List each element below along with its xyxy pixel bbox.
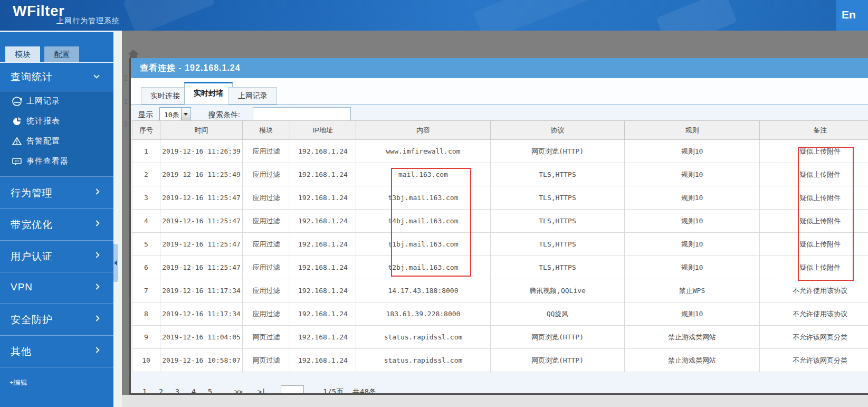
table-row[interactable]: 5 2019-12-16 11:25:47 应用过滤 192.168.1.24 … <box>132 233 868 256</box>
sidebar-item-label: 统计报表 <box>26 116 60 126</box>
cell-time: 2019-12-16 11:17:34 <box>160 302 243 326</box>
column-header[interactable]: 协议 <box>491 121 625 140</box>
sidebar-item-alert-config[interactable]: 告警配置 <box>0 131 113 152</box>
table-row[interactable]: 2 2019-12-16 11:25:49 应用过滤 192.168.1.24 … <box>132 163 868 186</box>
sidebar-edit-link[interactable]: +编辑 <box>9 378 27 387</box>
column-header[interactable]: 备注 <box>760 121 868 140</box>
table-body: 1 2019-12-16 11:26:39 应用过滤 192.168.1.24 … <box>132 140 868 372</box>
cell-rule: 禁止游戏类网站 <box>625 349 760 372</box>
tab-realtime-connections[interactable]: 实时连接 <box>141 87 189 105</box>
dialog-title: 查看连接 - 192.168.1.24 <box>140 63 241 74</box>
cell-remark: 不允许使用该协议 <box>760 279 868 302</box>
cell-time: 2019-12-16 11:25:47 <box>160 233 243 256</box>
sidebar-item-user-auth[interactable]: 用户认证 <box>0 241 113 272</box>
chevron-right-icon <box>93 283 99 289</box>
app-subtitle: 上网行为管理系统 <box>56 16 120 26</box>
sidebar-tabs: 模块 配置 <box>5 46 81 62</box>
cell-module: 网页过滤 <box>243 349 290 372</box>
sidebar: 模块 配置 查询统计 上网记录 统计报表 <box>0 31 113 407</box>
sidebar-item-event-viewer[interactable]: 事件查看器 <box>0 152 113 172</box>
next-page-icon[interactable]: >> <box>234 387 242 395</box>
ie-icon <box>12 96 22 107</box>
sidebar-item-web-records[interactable]: 上网记录 <box>0 91 113 111</box>
sidebar-item-label: 安全防护 <box>11 313 53 327</box>
page-jump-input[interactable] <box>281 385 304 395</box>
table-row[interactable]: 10 2019-12-16 10:58:07 网页过滤 192.168.1.24… <box>132 349 868 372</box>
table-row[interactable]: 8 2019-12-16 11:17:34 应用过滤 192.168.1.24 … <box>132 302 868 326</box>
cell-protocol: 网页浏览(HTTP) <box>491 140 625 163</box>
language-switch[interactable]: En <box>836 0 868 31</box>
cell-time: 2019-12-16 11:26:39 <box>160 140 243 163</box>
tab-web-records[interactable]: 上网记录 <box>228 87 277 105</box>
collapse-arrow-icon <box>114 260 117 266</box>
cell-ip: 192.168.1.24 <box>290 326 356 349</box>
page-size-select[interactable]: 10条 <box>159 107 191 121</box>
column-header[interactable]: 模块 <box>243 121 290 140</box>
column-header[interactable]: 规则 <box>625 121 760 140</box>
sidebar-item-others[interactable]: 其他 <box>0 336 113 367</box>
last-page-icon[interactable]: >| <box>257 387 265 395</box>
sidebar-collapse-handle[interactable] <box>113 244 118 282</box>
blocking-table: 序号时间模块IP地址内容协议规则备注 1 2019-12-16 11:26:39… <box>132 120 868 372</box>
chevron-right-icon <box>93 220 99 226</box>
cell-protocol: TLS,HTTPS <box>491 163 625 186</box>
sidebar-item-vpn[interactable]: VPN <box>0 272 113 304</box>
cell-rule: 规则10 <box>625 210 760 233</box>
table-row[interactable]: 1 2019-12-16 11:26:39 应用过滤 192.168.1.24 … <box>132 140 868 163</box>
cell-ip: 192.168.1.24 <box>290 163 356 186</box>
table-row[interactable]: 3 2019-12-16 11:25:47 应用过滤 192.168.1.24 … <box>132 186 868 210</box>
sidebar-item-label: 行为管理 <box>11 186 53 200</box>
total-records: 共48条 <box>352 387 376 395</box>
page-link[interactable]: 3 <box>172 387 183 395</box>
sidebar-tab-config[interactable]: 配置 <box>44 46 79 62</box>
cell-remark: 疑似上传附件 <box>760 256 868 279</box>
table-row[interactable]: 7 2019-12-16 11:17:34 应用过滤 192.168.1.24 … <box>132 279 868 302</box>
sidebar-item-security[interactable]: 安全防护 <box>0 304 113 336</box>
sidebar-item-stat-reports[interactable]: 统计报表 <box>0 111 113 131</box>
sidebar-section-query-stats[interactable]: 查询统计 <box>0 63 113 91</box>
cell-rule: 规则10 <box>625 302 760 326</box>
cell-index: 9 <box>132 326 160 349</box>
sidebar-item-label: 告警配置 <box>26 136 60 146</box>
select-dropdown-button[interactable] <box>181 108 190 120</box>
table-row[interactable]: 4 2019-12-16 11:25:47 应用过滤 192.168.1.24 … <box>132 210 868 233</box>
page-links: 12345 <box>139 387 221 395</box>
cell-remark: 疑似上传附件 <box>760 233 868 256</box>
column-header[interactable]: 时间 <box>160 121 243 140</box>
tab-realtime-blocking[interactable]: 实时封堵 <box>184 82 233 105</box>
cell-remark: 疑似上传附件 <box>760 163 868 186</box>
sidebar-item-behavior-mgmt[interactable]: 行为管理 <box>0 177 113 209</box>
search-input[interactable] <box>253 107 351 121</box>
column-header[interactable]: 内容 <box>356 121 491 140</box>
alert-icon <box>12 136 22 147</box>
table-row[interactable]: 6 2019-12-16 11:25:47 应用过滤 192.168.1.24 … <box>132 256 868 279</box>
cell-protocol: TLS,HTTPS <box>491 233 625 256</box>
cell-content: status.rapidssl.com <box>356 349 491 372</box>
page-link[interactable]: 1 <box>139 387 150 395</box>
page-link[interactable]: 4 <box>188 387 199 395</box>
cell-content: t3bj.mail.163.com <box>356 186 491 210</box>
cell-time: 2019-12-16 11:25:49 <box>160 163 243 186</box>
dialog-header[interactable]: 查看连接 - 192.168.1.24 <box>131 58 868 78</box>
overlay-artifact: 1 <box>123 97 128 106</box>
column-header[interactable]: 序号 <box>132 121 160 140</box>
cell-module: 应用过滤 <box>243 186 290 210</box>
page-root: 2 1 1 WFilter 上网行为管理系统 En 模块 配置 查询统计 <box>0 0 868 407</box>
sidebar-item-bandwidth-opt[interactable]: 带宽优化 <box>0 209 113 241</box>
chevron-right-icon <box>93 252 99 258</box>
cell-ip: 192.168.1.24 <box>290 279 356 302</box>
column-header[interactable]: IP地址 <box>290 121 356 140</box>
sidebar-tab-modules[interactable]: 模块 <box>5 46 40 62</box>
cell-time: 2019-12-16 11:17:34 <box>160 279 243 302</box>
cell-rule: 规则10 <box>625 140 760 163</box>
cell-module: 应用过滤 <box>243 210 290 233</box>
pagination: 12345 >> >| 1/5页 共48条 <box>131 387 868 395</box>
search-label: 搜索条件: <box>208 110 240 120</box>
table-row[interactable]: 9 2019-12-16 11:04:05 网页过滤 192.168.1.24 … <box>132 326 868 349</box>
page-link[interactable]: 2 <box>156 387 166 395</box>
language-label[interactable]: En <box>842 8 856 21</box>
page-link[interactable]: 5 <box>205 387 215 395</box>
cell-remark: 疑似上传附件 <box>760 186 868 210</box>
caret-down-icon <box>184 113 188 116</box>
cell-module: 应用过滤 <box>243 256 290 279</box>
